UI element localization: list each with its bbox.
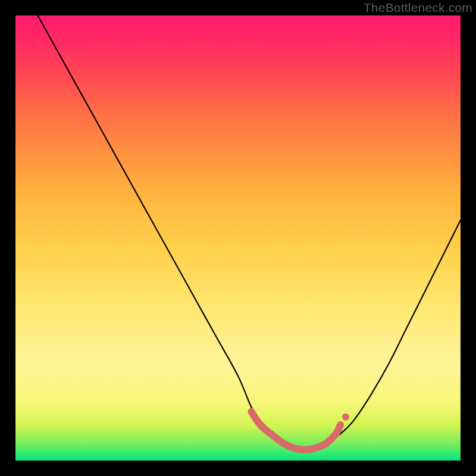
chart-frame: TheBottleneck.com	[0, 0, 476, 476]
watermark-text: TheBottleneck.com	[364, 1, 472, 15]
bottleneck-zone-dot	[342, 414, 349, 421]
chart-svg	[15, 15, 461, 461]
bottleneck-zone-highlight	[251, 412, 340, 450]
bottleneck-curve	[37, 15, 461, 450]
